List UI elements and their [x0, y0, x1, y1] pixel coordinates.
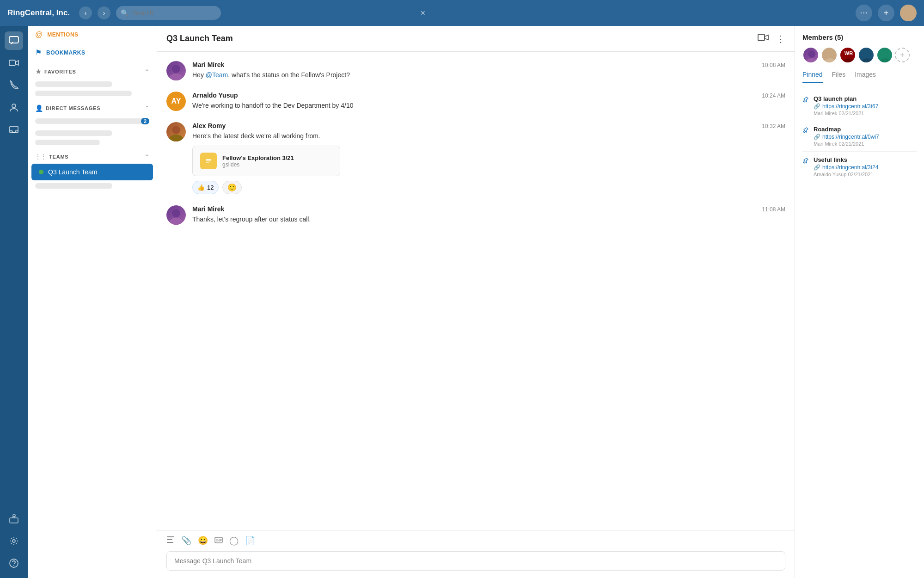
dm-badge-1: 2: [141, 118, 149, 124]
favorites-placeholder-2: [35, 91, 132, 96]
nav-forward-button[interactable]: ›: [98, 6, 110, 19]
sidebar-item-bookmarks[interactable]: ⚑ BOOKMARKS: [28, 43, 157, 61]
pin-icon-2: [802, 127, 809, 147]
pinned-content-2: Roadmap 🔗 https://ringcentr.al/0wi7 Mari…: [814, 126, 917, 147]
message-time: 10:24 AM: [762, 92, 785, 99]
svg-point-8: [12, 540, 15, 542]
sidebar-nav-help[interactable]: [5, 554, 23, 572]
favorites-section: ★ FAVORITES ⌃: [28, 61, 157, 99]
message-time: 11:08 AM: [762, 206, 785, 213]
pinned-link-3[interactable]: 🔗 https://ringcentr.al/3t24: [814, 164, 917, 171]
pinned-items-list: Q3 launch plan 🔗 https://ringcentr.al/3t…: [802, 91, 917, 182]
svg-point-13: [169, 74, 183, 80]
bookmark-icon: ⚑: [35, 48, 42, 57]
left-sidebar: @ MENTIONS ⚑ BOOKMARKS ★ FAVORITES ⌃: [28, 26, 157, 578]
pin-icon-1: [802, 96, 809, 116]
sidebar-item-q3-launch-team[interactable]: Q3 Launch Team: [31, 164, 153, 180]
right-panel: Members (5) WR + Pinned Files Images: [795, 26, 924, 578]
gif-icon[interactable]: GIF: [214, 536, 223, 546]
message-author: Alex Romy: [192, 122, 226, 129]
sidebar-nav-messages[interactable]: [5, 31, 23, 50]
format-icon[interactable]: [166, 536, 175, 546]
nav-back-button[interactable]: ‹: [79, 6, 92, 19]
svg-point-1: [902, 15, 914, 21]
message-body: Arnaldo Yusup 10:24 AM We're working to …: [192, 92, 785, 111]
mention: @Team: [206, 71, 228, 79]
attachment-type: gslides: [222, 161, 294, 168]
dm-chevron-icon: ⌃: [145, 105, 149, 111]
table-row: AY Arnaldo Yusup 10:24 AM We're working …: [166, 92, 785, 111]
dm-item-1[interactable]: 2: [28, 115, 157, 128]
task-icon[interactable]: ◯: [229, 535, 239, 546]
pinned-link-2[interactable]: 🔗 https://ringcentr.al/0wi7: [814, 134, 917, 140]
sidebar-nav-extensions[interactable]: [5, 510, 23, 528]
topbar: RingCentral, Inc. ‹ › 🔍 ✕ ⋅⋅⋅ +: [0, 0, 924, 26]
chat-input[interactable]: [166, 551, 785, 571]
avatar: AY: [166, 92, 186, 111]
doc-icon[interactable]: 📄: [245, 535, 255, 546]
pinned-meta-1: Mari Mirek 02/21/2021: [814, 111, 917, 116]
dm-placeholder-2: [35, 130, 112, 136]
message-time: 10:32 AM: [762, 123, 785, 129]
member-avatar-1: [802, 47, 819, 63]
emoji-icon[interactable]: 😀: [198, 535, 208, 546]
member-avatar-4: [858, 47, 875, 63]
svg-point-21: [172, 209, 180, 217]
attachment-card[interactable]: Fellow's Exploration 3/21 gslides: [192, 146, 340, 176]
table-row: Mari Mirek 10:08 AM Hey @Team, what's th…: [166, 61, 785, 80]
search-input[interactable]: [116, 6, 221, 20]
teams-placeholder-1: [35, 183, 112, 189]
tab-files[interactable]: Files: [832, 71, 846, 83]
add-member-button[interactable]: +: [895, 48, 910, 62]
svg-point-22: [169, 218, 183, 225]
attachment-icon: [200, 153, 217, 169]
thumbs-up-reaction[interactable]: 👍 12: [192, 181, 219, 194]
svg-point-0: [905, 8, 912, 15]
pinned-meta-2: Mari Mirek 02/21/2021: [814, 141, 917, 147]
more-options-icon[interactable]: ⋮: [776, 33, 785, 44]
sidebar-nav-contacts[interactable]: [5, 98, 23, 117]
svg-rect-7: [10, 518, 18, 523]
favorites-header[interactable]: ★ FAVORITES ⌃: [28, 61, 157, 79]
direct-messages-section: 👤 DIRECT MESSAGES ⌃ 2: [28, 99, 157, 148]
teams-grid-icon: ⋮⋮: [35, 154, 46, 160]
link-icon-1: 🔗: [814, 103, 820, 110]
attach-icon[interactable]: 📎: [181, 535, 191, 546]
svg-point-33: [861, 58, 873, 63]
video-call-icon[interactable]: [758, 33, 769, 44]
chat-messages: Mari Mirek 10:08 AM Hey @Team, what's th…: [157, 52, 795, 530]
tab-images[interactable]: Images: [855, 71, 876, 83]
message-text: Here's the latest deck we're all working…: [192, 131, 785, 141]
apps-grid-button[interactable]: ⋅⋅⋅: [856, 5, 872, 21]
svg-rect-19: [206, 160, 211, 161]
sidebar-nav-inbox[interactable]: [5, 120, 23, 139]
member-avatar-3: WR: [839, 47, 856, 63]
teams-title: TEAMS: [49, 154, 69, 160]
table-row: Alex Romy 10:32 AM Here's the latest dec…: [166, 122, 785, 194]
add-reaction-button[interactable]: 🙂: [222, 181, 242, 194]
attachment-info: Fellow's Exploration 3/21 gslides: [222, 154, 294, 168]
message-header: Mari Mirek 11:08 AM: [192, 205, 785, 213]
dm-header[interactable]: 👤 DIRECT MESSAGES ⌃: [28, 99, 157, 115]
message-header: Mari Mirek 10:08 AM: [192, 61, 785, 68]
svg-point-4: [12, 104, 16, 108]
add-button[interactable]: +: [878, 5, 894, 21]
sidebar-nav-phone[interactable]: [5, 76, 23, 94]
pinned-link-1[interactable]: 🔗 https://ringcentr.al/3t67: [814, 103, 917, 110]
pinned-title-3: Useful links: [814, 156, 917, 163]
svg-point-15: [172, 126, 180, 134]
topbar-right: ⋅⋅⋅ +: [856, 5, 917, 21]
tab-pinned[interactable]: Pinned: [802, 71, 823, 83]
sidebar-item-mentions[interactable]: @ MENTIONS: [28, 26, 157, 43]
main-layout: @ MENTIONS ⚑ BOOKMARKS ★ FAVORITES ⌃: [0, 26, 924, 578]
svg-point-12: [172, 65, 180, 73]
sidebar-nav-settings[interactable]: [5, 532, 23, 550]
member-avatar-5: [876, 47, 893, 63]
message-body: Mari Mirek 11:08 AM Thanks, let's regrou…: [192, 205, 785, 225]
pinned-item-3: Useful links 🔗 https://ringcentr.al/3t24…: [802, 152, 917, 182]
user-avatar[interactable]: [900, 5, 917, 21]
sidebar-nav-video[interactable]: [5, 54, 23, 72]
link-icon-3: 🔗: [814, 164, 820, 171]
search-clear-button[interactable]: ✕: [420, 9, 426, 17]
teams-header[interactable]: ⋮⋮ TEAMS ⌃: [28, 148, 157, 163]
